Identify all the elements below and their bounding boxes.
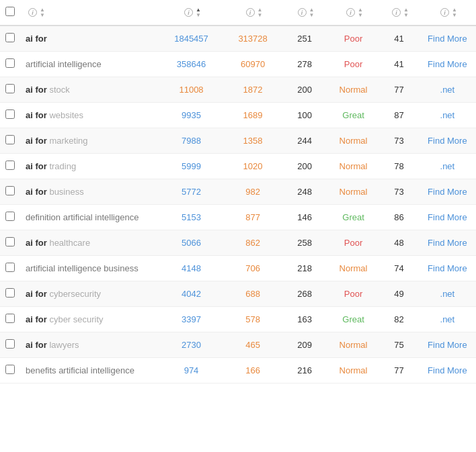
seo-value: 73 <box>394 187 403 197</box>
row-checkbox[interactable] <box>5 314 15 323</box>
keyword-table: i ▲ ▼ i ▲ ▼ <box>0 0 476 383</box>
kqi-cell: Normal <box>327 256 380 281</box>
avg-cell: 5066 <box>159 230 223 256</box>
seo-sort-icon[interactable]: ▲ ▼ <box>403 7 409 18</box>
avg-cell: 974 <box>159 358 223 383</box>
kqi-cell: Poor <box>327 52 380 77</box>
traffic-sort-icon[interactable]: ▲ ▼ <box>257 7 263 18</box>
seo-value: 73 <box>394 136 403 146</box>
keyword-info-icon[interactable]: i <box>28 8 37 17</box>
find-more-link[interactable]: Find More <box>428 187 467 197</box>
find-more-link[interactable]: Find More <box>428 59 467 69</box>
avg-value: 1845457 <box>174 34 208 44</box>
qsr-cell: 209 <box>282 332 327 358</box>
seo-cell: 41 <box>379 26 418 52</box>
kqi-sort-icon[interactable]: ▲ ▼ <box>358 7 363 18</box>
traffic-cell: 1689 <box>224 103 282 128</box>
row-checkbox-cell <box>0 205 20 230</box>
find-more-link[interactable]: Find More <box>428 34 467 44</box>
traffic-cell: 578 <box>224 307 282 332</box>
traffic-value: 465 <box>245 340 260 350</box>
avg-sort-icon[interactable]: ▲ ▼ <box>196 7 201 18</box>
kqi-info-icon[interactable]: i <box>346 8 355 17</box>
domain-extension: .net <box>440 314 455 324</box>
row-checkbox[interactable] <box>5 263 15 272</box>
row-checkbox[interactable] <box>5 84 15 93</box>
kqi-cell: Great <box>327 307 380 332</box>
seo-value: 74 <box>394 263 403 273</box>
seo-cell: 78 <box>379 154 418 179</box>
qsr-cell: 251 <box>282 26 327 52</box>
keyword-rest-part: marketing <box>47 136 88 146</box>
avg-cell: 5772 <box>159 179 223 205</box>
row-checkbox[interactable] <box>5 339 15 349</box>
avg-cell: 2730 <box>159 332 223 358</box>
row-checkbox[interactable] <box>5 186 15 195</box>
seo-value: 78 <box>394 161 403 171</box>
kqi-cell: Normal <box>327 358 380 383</box>
find-more-link[interactable]: Find More <box>428 263 467 273</box>
select-all-checkbox[interactable] <box>5 7 15 16</box>
keyword-rest-part: stock <box>47 85 70 95</box>
avg-value: 4148 <box>182 263 201 273</box>
kqi-value: Poor <box>344 59 362 69</box>
domain-extension: .net <box>440 289 455 299</box>
domains-sort-icon[interactable]: ▲ ▼ <box>452 7 457 18</box>
find-more-link[interactable]: Find More <box>428 238 467 248</box>
row-checkbox[interactable] <box>5 212 15 221</box>
keyword-rest-part: artificial intelligence <box>26 59 102 69</box>
header-qsr-col: i ▲ ▼ <box>282 0 327 26</box>
find-more-link[interactable]: Find More <box>428 136 467 146</box>
kqi-cell: Poor <box>327 281 380 307</box>
row-checkbox[interactable] <box>5 237 15 246</box>
row-checkbox-cell <box>0 332 20 358</box>
traffic-cell: 862 <box>224 230 282 256</box>
keyword-cell: ai for healthcare <box>20 230 159 256</box>
row-checkbox[interactable] <box>5 135 15 144</box>
table-header-row: i ▲ ▼ i ▲ ▼ <box>0 0 476 26</box>
qsr-cell: 163 <box>282 307 327 332</box>
keyword-rest-part: cybersecurity <box>47 289 101 299</box>
find-more-link[interactable]: Find More <box>428 212 467 222</box>
avg-value: 974 <box>184 365 199 375</box>
seo-cell: 86 <box>379 205 418 230</box>
kqi-cell: Poor <box>327 230 380 256</box>
seo-info-icon[interactable]: i <box>392 8 401 17</box>
traffic-value: 313728 <box>238 34 267 44</box>
domains-cell: Find More <box>419 358 476 383</box>
find-more-link[interactable]: Find More <box>428 340 467 350</box>
keyword-cell: ai for stock <box>20 77 159 103</box>
row-checkbox[interactable] <box>5 58 15 68</box>
keyword-sort-icon[interactable]: ▲ ▼ <box>40 7 45 18</box>
row-checkbox[interactable] <box>5 161 15 170</box>
seo-cell: 74 <box>379 256 418 281</box>
seo-cell: 87 <box>379 103 418 128</box>
keyword-bold-part: ai for <box>26 187 47 197</box>
domain-extension: .net <box>440 110 455 120</box>
qsr-sort-icon[interactable]: ▲ ▼ <box>309 7 315 18</box>
table-row: ai for trading59991020200Normal78.net <box>0 154 476 179</box>
domains-cell: .net <box>419 307 476 332</box>
avg-value: 5772 <box>182 187 201 197</box>
traffic-cell: 166 <box>224 358 282 383</box>
find-more-link[interactable]: Find More <box>428 365 467 375</box>
domains-info-icon[interactable]: i <box>440 8 449 17</box>
keyword-cell: artificial intelligence <box>20 52 159 77</box>
keyword-rest-part: lawyers <box>47 340 79 350</box>
row-checkbox[interactable] <box>5 33 15 42</box>
qsr-cell: 218 <box>282 256 327 281</box>
avg-cell: 4148 <box>159 256 223 281</box>
qsr-cell: 216 <box>282 358 327 383</box>
domains-cell: Find More <box>419 205 476 230</box>
domain-extension: .net <box>440 85 455 95</box>
traffic-info-icon[interactable]: i <box>246 8 255 17</box>
qsr-info-icon[interactable]: i <box>298 8 307 17</box>
row-checkbox[interactable] <box>5 365 15 374</box>
table-row: ai for1845457313728251Poor41Find More <box>0 26 476 52</box>
row-checkbox[interactable] <box>5 109 15 119</box>
traffic-cell: 706 <box>224 256 282 281</box>
keyword-bold-part: ai for <box>26 34 47 44</box>
avg-info-icon[interactable]: i <box>184 8 193 17</box>
row-checkbox[interactable] <box>5 288 15 298</box>
seo-value: 41 <box>394 59 403 69</box>
